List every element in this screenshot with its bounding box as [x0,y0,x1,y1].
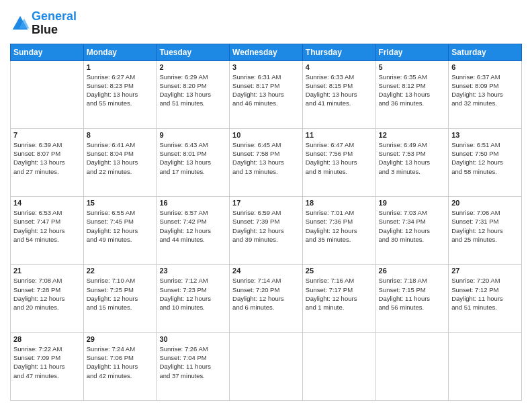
day-number: 16 [159,199,226,207]
day-number: 28 [13,335,81,343]
cell-line: Sunset: 7:06 PM [87,353,154,362]
week-row-4: 28Sunrise: 7:22 AMSunset: 7:09 PMDayligh… [11,332,522,400]
day-header-tuesday: Tuesday [157,44,230,60]
cell-line: Sunrise: 7:03 AM [379,208,446,217]
cell-line: Daylight: 12 hours [87,226,154,235]
cell-line: Sunset: 7:56 PM [306,149,373,158]
cell-line: and 20 minutes. [13,303,81,312]
cell-line: and 49 minutes. [87,235,154,244]
cell-line: and 8 minutes. [306,167,373,176]
cell-line: Sunrise: 6:41 AM [87,140,154,149]
calendar-cell-w2-d4: 18Sunrise: 7:01 AMSunset: 7:36 PMDayligh… [302,197,375,265]
day-number: 2 [159,63,226,71]
cell-line: Sunset: 8:01 PM [159,149,226,158]
calendar-table: SundayMondayTuesdayWednesdayThursdayFrid… [10,44,522,401]
cell-line: and 15 minutes. [87,303,154,312]
cell-line: and 10 minutes. [159,303,226,312]
day-number: 17 [232,199,300,207]
cell-line: Sunset: 8:12 PM [379,81,446,90]
cell-line: and 32 minutes. [451,99,519,107]
cell-line: Daylight: 12 hours [306,294,373,303]
cell-line: Sunrise: 6:33 AM [306,73,373,81]
cell-line: Daylight: 12 hours [13,294,81,303]
cell-line: Sunrise: 6:39 AM [13,140,81,149]
cell-line: and 22 minutes. [87,167,154,176]
day-number: 7 [13,131,81,139]
calendar-cell-w4-d3 [230,332,303,400]
cell-line: and 30 minutes. [379,235,446,244]
calendar-cell-w3-d1: 22Sunrise: 7:10 AMSunset: 7:25 PMDayligh… [83,265,157,332]
cell-line: Daylight: 13 hours [87,90,154,99]
day-number: 4 [306,63,373,71]
cell-line: Sunrise: 7:22 AM [13,345,81,353]
calendar-cell-w1-d0: 7Sunrise: 6:39 AMSunset: 8:07 PMDaylight… [11,128,84,196]
calendar-cell-w0-d5: 5Sunrise: 6:35 AMSunset: 8:12 PMDaylight… [375,60,449,128]
calendar-cell-w3-d5: 26Sunrise: 7:18 AMSunset: 7:15 PMDayligh… [375,265,449,332]
calendar-cell-w4-d2: 30Sunrise: 7:26 AMSunset: 7:04 PMDayligh… [157,332,230,400]
cell-line: Sunset: 7:50 PM [451,149,519,158]
cell-line: Daylight: 13 hours [306,158,373,167]
week-row-2: 14Sunrise: 6:53 AMSunset: 7:47 PMDayligh… [11,197,522,265]
cell-line: Sunrise: 6:35 AM [379,73,446,81]
cell-line: Daylight: 12 hours [159,294,226,303]
calendar-cell-w1-d1: 8Sunrise: 6:41 AMSunset: 8:04 PMDaylight… [83,128,157,196]
cell-line: Daylight: 13 hours [159,158,226,167]
day-number: 5 [379,63,446,71]
cell-line: Sunrise: 6:47 AM [306,140,373,149]
calendar-cell-w2-d3: 17Sunrise: 6:59 AMSunset: 7:39 PMDayligh… [230,197,303,265]
cell-line: Sunrise: 6:57 AM [159,208,226,217]
cell-line: Sunset: 8:23 PM [87,81,154,90]
cell-line: Daylight: 13 hours [87,158,154,167]
calendar-cell-w2-d1: 15Sunrise: 6:55 AMSunset: 7:45 PMDayligh… [83,197,157,265]
cell-line: and 44 minutes. [159,235,226,244]
cell-line: Daylight: 12 hours [87,294,154,303]
cell-line: Sunrise: 6:53 AM [13,208,81,217]
calendar-cell-w4-d6 [449,332,522,400]
cell-line: Sunrise: 6:37 AM [451,73,519,81]
week-row-3: 21Sunrise: 7:08 AMSunset: 7:28 PMDayligh… [11,265,522,332]
cell-line: Sunset: 7:15 PM [379,285,446,294]
cell-line: Sunset: 7:25 PM [87,285,154,294]
day-number: 9 [159,131,226,139]
calendar-header-row: SundayMondayTuesdayWednesdayThursdayFrid… [11,44,522,60]
cell-line: Daylight: 12 hours [232,294,300,303]
cell-line: Daylight: 12 hours [159,226,226,235]
day-number: 26 [379,267,446,275]
calendar-cell-w0-d2: 2Sunrise: 6:29 AMSunset: 8:20 PMDaylight… [157,60,230,128]
day-number: 21 [13,267,81,275]
cell-line: Daylight: 13 hours [159,90,226,99]
calendar-cell-w3-d3: 24Sunrise: 7:14 AMSunset: 7:20 PMDayligh… [230,265,303,332]
day-number: 3 [232,63,300,71]
day-header-friday: Friday [375,44,449,60]
cell-line: Sunrise: 6:43 AM [159,140,226,149]
header: General Blue [10,10,522,37]
week-row-1: 7Sunrise: 6:39 AMSunset: 8:07 PMDaylight… [11,128,522,196]
day-header-sunday: Sunday [11,44,84,60]
day-number: 11 [306,131,373,139]
calendar-cell-w0-d4: 4Sunrise: 6:33 AMSunset: 8:15 PMDaylight… [302,60,375,128]
cell-line: Sunrise: 6:49 AM [379,140,446,149]
calendar-cell-w4-d5 [375,332,449,400]
day-header-thursday: Thursday [302,44,375,60]
cell-line: Daylight: 13 hours [232,158,300,167]
cell-line: and 25 minutes. [451,235,519,244]
cell-line: and 56 minutes. [379,303,446,312]
cell-line: and 47 minutes. [13,371,81,380]
cell-line: Sunset: 7:36 PM [306,217,373,226]
cell-line: Daylight: 12 hours [306,226,373,235]
cell-line: Sunrise: 7:18 AM [379,276,446,285]
calendar-cell-w0-d0 [11,60,84,128]
cell-line: Sunset: 7:12 PM [451,285,519,294]
calendar-cell-w1-d2: 9Sunrise: 6:43 AMSunset: 8:01 PMDaylight… [157,128,230,196]
day-number: 8 [87,131,154,139]
cell-line: Sunset: 8:17 PM [232,81,300,90]
cell-line: and 17 minutes. [159,167,226,176]
cell-line: Sunset: 8:04 PM [87,149,154,158]
calendar-cell-w3-d2: 23Sunrise: 7:12 AMSunset: 7:23 PMDayligh… [157,265,230,332]
day-number: 19 [379,199,446,207]
day-header-monday: Monday [83,44,157,60]
day-number: 23 [159,267,226,275]
cell-line: and 42 minutes. [87,371,154,380]
calendar-cell-w0-d6: 6Sunrise: 6:37 AMSunset: 8:09 PMDaylight… [449,60,522,128]
cell-line: Daylight: 12 hours [451,158,519,167]
